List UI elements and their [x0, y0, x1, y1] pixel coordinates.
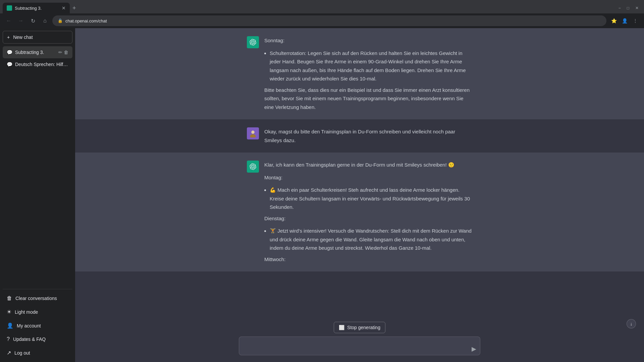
gpt-avatar-2 — [247, 161, 259, 173]
light-mode-btn[interactable]: ☀ Light mode — [3, 305, 72, 318]
new-chat-label: New chat — [13, 35, 33, 40]
profile-icon[interactable]: 👤 — [620, 16, 629, 25]
user-avatar — [247, 127, 259, 139]
clear-conversations-btn[interactable]: 🗑 Clear conversations — [3, 292, 72, 305]
input-box-wrapper: ▶ — [239, 337, 480, 357]
message-content-2: Okay, magst du bitte den Trainingsplan i… — [264, 127, 472, 144]
gpt-avatar-1 — [247, 36, 259, 48]
sun-icon: ☀ — [7, 309, 11, 315]
send-button[interactable]: ▶ — [472, 345, 476, 353]
chat-actions: ✏ 🗑 — [58, 50, 68, 55]
sidebar-bottom: 🗑 Clear conversations ☀ Light mode 👤 My … — [3, 289, 72, 359]
chat-item-deutsch[interactable]: 💬 Deutsch Sprechen: Hilfe Ange... — [3, 58, 72, 70]
browser-chrome: Subtracting 3. ✕ + − □ ✕ ← → ↻ ⌂ 🔒 chat.… — [0, 0, 644, 28]
stop-btn-row: ⬜ Stop generating — [334, 322, 385, 333]
home-button[interactable]: ⌂ — [40, 16, 50, 25]
new-chat-button[interactable]: + New chat — [3, 31, 72, 44]
message-block-1: Sonntag: Schulterrotation: Legen Sie sic… — [75, 28, 644, 119]
active-tab[interactable]: Subtracting 3. ✕ — [3, 3, 70, 13]
svg-point-0 — [251, 131, 255, 134]
refresh-button[interactable]: ↻ — [28, 16, 38, 25]
info-icon: ? — [7, 336, 10, 342]
user-message-text: Okay, magst du bitte den Trainingsplan i… — [264, 127, 472, 144]
montag-item-1: 💪 Mach ein paar Schulterkreisen! Steh au… — [270, 186, 472, 212]
security-icon: 🔒 — [58, 18, 63, 23]
my-account-btn[interactable]: 👤 My account — [3, 319, 72, 332]
logout-label: Log out — [14, 350, 30, 356]
gpt-intro-text: Klar, ich kann den Trainingsplan gerne i… — [264, 161, 472, 169]
window-controls: − □ ✕ — [616, 4, 644, 12]
stop-label: Stop generating — [347, 325, 380, 330]
chat-bubble-icon: 💬 — [7, 50, 12, 55]
main-area: Sonntag: Schulterrotation: Legen Sie sic… — [75, 28, 644, 362]
maximize-btn[interactable]: □ — [624, 4, 632, 12]
close-btn[interactable]: ✕ — [633, 4, 641, 12]
day-dienstag: Dienstag: — [264, 214, 472, 223]
tab-close-btn[interactable]: ✕ — [62, 5, 66, 11]
my-account-label: My account — [17, 323, 41, 328]
day-montag: Montag: — [264, 173, 472, 182]
chat-scroll[interactable]: Sonntag: Schulterrotation: Legen Sie sic… — [75, 28, 644, 318]
app-container: + New chat 💬 Subtracting 3. ✏ 🗑 💬 Deutsc… — [0, 28, 644, 362]
disclaimer-text: Bitte beachten Sie, dass dies nur ein Be… — [264, 86, 472, 112]
logout-icon: ↗ — [7, 350, 11, 356]
forward-button[interactable]: → — [16, 16, 25, 25]
back-button[interactable]: ← — [4, 16, 13, 25]
edit-icon[interactable]: ✏ — [58, 50, 62, 55]
address-bar[interactable]: 🔒 chat.openai.com/chat — [52, 15, 606, 26]
input-area: ⬜ Stop generating ▶ — [75, 318, 644, 362]
message-block-3: Klar, ich kann den Trainingsplan gerne i… — [75, 153, 644, 272]
tab-title: Subtracting 3. — [15, 6, 59, 11]
day-mittwoch: Mittwoch: — [264, 255, 472, 264]
sonntag-item-1: Schulterrotation: Legen Sie sich auf den… — [270, 49, 472, 83]
new-chat-plus-icon: + — [7, 35, 10, 40]
new-tab-button[interactable]: + — [71, 3, 77, 13]
tab-favicon — [7, 5, 12, 11]
chat-list: 💬 Subtracting 3. ✏ 🗑 💬 Deutsch Sprechen:… — [3, 46, 72, 289]
clear-conversations-label: Clear conversations — [15, 296, 57, 301]
tab-bar: Subtracting 3. ✕ + − □ ✕ — [0, 0, 644, 13]
chat-label-1: Subtracting 3. — [15, 50, 56, 55]
url-text: chat.openai.com/chat — [65, 18, 107, 23]
sidebar: + New chat 💬 Subtracting 3. ✏ 🗑 💬 Deutsc… — [0, 28, 75, 362]
stop-icon: ⬜ — [339, 325, 344, 330]
chat-input[interactable] — [239, 337, 480, 355]
send-icon: ▶ — [472, 346, 476, 352]
logout-btn[interactable]: ↗ Log out — [3, 346, 72, 359]
message-inner-3: Klar, ich kann den Trainingsplan gerne i… — [239, 161, 480, 263]
chat-label-2: Deutsch Sprechen: Hilfe Ange... — [15, 62, 68, 67]
updates-faq-btn[interactable]: ? Updates & FAQ — [3, 333, 72, 346]
extensions-icon[interactable]: ⭐ — [609, 16, 619, 25]
more-options-icon[interactable]: ⋮ — [631, 16, 640, 25]
stop-generating-button[interactable]: ⬜ Stop generating — [334, 322, 385, 333]
chat-bubble-icon-2: 💬 — [7, 62, 12, 67]
minimize-btn[interactable]: − — [616, 4, 624, 12]
trash-icon: 🗑 — [7, 295, 12, 301]
dienstag-item-1: 🏋 Jetzt wird's intensiver! Versuch die W… — [270, 227, 472, 252]
address-bar-row: ← → ↻ ⌂ 🔒 chat.openai.com/chat ⭐ 👤 ⋮ — [0, 13, 644, 28]
message-content-3: Klar, ich kann den Trainingsplan gerne i… — [264, 161, 472, 263]
message-block-2: Okay, magst du bitte den Trainingsplan i… — [75, 119, 644, 153]
message-inner-2: Okay, magst du bitte den Trainingsplan i… — [239, 127, 480, 144]
svg-point-1 — [250, 134, 256, 137]
day-sonntag: Sonntag: — [264, 36, 472, 45]
delete-icon[interactable]: 🗑 — [64, 50, 68, 55]
person-icon: 👤 — [7, 322, 13, 329]
scroll-down-button[interactable]: ↓ — [627, 319, 636, 328]
light-mode-label: Light mode — [15, 309, 38, 315]
chat-item-subtracting[interactable]: 💬 Subtracting 3. ✏ 🗑 — [3, 46, 72, 58]
toolbar-icons: ⭐ 👤 ⋮ — [609, 16, 640, 25]
message-inner-1: Sonntag: Schulterrotation: Legen Sie sic… — [239, 36, 480, 111]
updates-faq-label: Updates & FAQ — [13, 337, 46, 342]
message-content-1: Sonntag: Schulterrotation: Legen Sie sic… — [264, 36, 472, 111]
